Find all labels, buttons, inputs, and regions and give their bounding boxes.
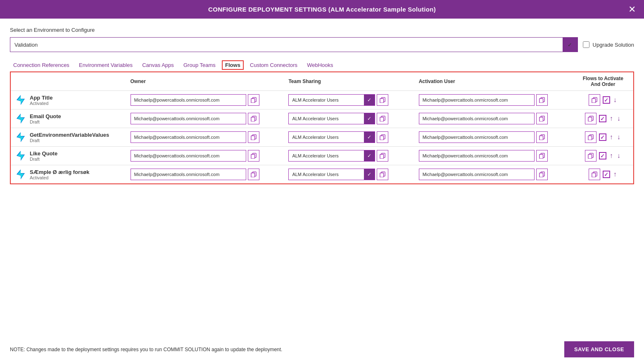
svg-rect-3 [251,99,254,103]
activation-user-input[interactable] [419,150,535,162]
move-up-button[interactable]: ↑ [609,115,614,122]
team-chevron-button[interactable]: ✓ [364,169,375,180]
svg-rect-23 [251,136,254,140]
owner-copy-button[interactable] [248,94,259,106]
team-sharing-cell: ALM Accelerator Users ✓ [284,165,414,184]
team-copy-button[interactable] [377,150,388,162]
activation-copy-button[interactable] [536,150,548,162]
owner-input[interactable] [131,169,246,180]
close-button[interactable]: ✕ [628,5,636,14]
tab-connection-references[interactable]: Connection References [10,60,73,70]
svg-marker-21 [17,133,24,141]
team-chevron-button[interactable]: ✓ [364,150,375,161]
activate-checkbox[interactable]: ✓ [599,133,606,141]
svg-rect-27 [539,136,543,140]
svg-marker-11 [17,114,24,123]
team-chevron-button[interactable]: ✓ [364,132,375,143]
team-select-wrapper[interactable]: ALM Accelerator Users ✓ [288,150,375,162]
svg-marker-31 [17,152,24,160]
activation-user-cell [415,91,573,109]
save-close-button[interactable]: SAVE AND CLOSE [564,341,634,357]
activation-user-cell [415,165,573,184]
team-select-value: ALM Accelerator Users [289,153,364,158]
activation-copy-button[interactable] [536,94,548,106]
move-down-button[interactable]: ↓ [616,152,621,159]
table-row: App Title Activated ALM Accelerator User… [11,91,633,109]
team-select-wrapper[interactable]: ALM Accelerator Users ✓ [288,131,375,143]
owner-copy-button[interactable] [248,169,259,180]
table-row: Email Quote Draft ALM Accelerator Users … [11,109,633,128]
env-chevron-button[interactable]: ✓ [563,38,577,52]
team-chevron-button[interactable]: ✓ [364,113,375,124]
team-chevron-button[interactable]: ✓ [364,95,375,105]
svg-rect-15 [380,117,384,122]
svg-rect-25 [380,136,384,140]
activation-copy-button[interactable] [536,131,548,143]
activate-copy-button[interactable] [589,169,600,180]
tab-flows[interactable]: Flows [222,60,244,70]
activate-checkbox[interactable]: ✓ [599,152,606,159]
activate-checkbox[interactable]: ✓ [599,115,606,122]
owner-copy-button[interactable] [248,113,259,124]
team-copy-button[interactable] [377,113,388,124]
owner-input[interactable] [131,94,246,106]
tab-webhooks[interactable]: WebHooks [304,60,336,70]
flow-icon [15,113,26,124]
team-select-wrapper[interactable]: ALM Accelerator Users ✓ [288,113,375,124]
flow-name: App Title [30,95,52,101]
svg-rect-7 [539,99,543,103]
main-content-area: Owner Team Sharing Activation User Flows… [10,71,634,184]
activate-checkbox[interactable]: ✓ [603,96,610,104]
owner-input[interactable] [131,131,246,143]
tab-canvas-apps[interactable]: Canvas Apps [139,60,177,70]
owner-input[interactable] [131,113,246,124]
activate-cell: ✓ ↓ [573,91,633,109]
svg-rect-45 [380,173,384,178]
team-select-wrapper[interactable]: ALM Accelerator Users ✓ [288,169,375,180]
owner-cell [126,147,285,165]
team-select-value: ALM Accelerator Users [289,172,364,177]
activate-checkbox[interactable]: ✓ [603,171,610,178]
activation-copy-button[interactable] [536,169,548,180]
dialog-header: CONFIGURE DEPLOYMENT SETTINGS (ALM Accel… [0,0,644,19]
tab-group-teams[interactable]: Group Teams [180,60,219,70]
tab-environment-variables[interactable]: Environment Variables [76,60,136,70]
owner-cell [126,109,285,128]
activation-user-cell [415,109,573,128]
owner-copy-button[interactable] [248,150,259,162]
move-down-button[interactable]: ↓ [616,134,621,140]
env-select-wrapper[interactable]: Validation ✓ [10,37,578,52]
activate-cell: ✓ ↑ ↓ [573,128,633,147]
move-down-button[interactable]: ↓ [616,115,621,122]
activation-user-input[interactable] [419,94,535,106]
move-up-button[interactable]: ↑ [613,171,618,178]
activate-copy-button[interactable] [585,131,596,143]
owner-cell [126,91,285,109]
team-copy-button[interactable] [377,169,388,180]
move-down-button[interactable]: ↓ [613,97,618,103]
move-up-button[interactable]: ↑ [609,152,614,159]
team-copy-button[interactable] [377,94,388,106]
activation-user-input[interactable] [419,131,535,143]
team-select-wrapper[interactable]: ALM Accelerator Users ✓ [288,94,375,106]
activation-copy-button[interactable] [536,113,548,124]
tab-custom-connectors[interactable]: Custom Connectors [247,60,301,70]
activation-user-input[interactable] [419,169,535,180]
flow-name: SÆmple Ø ærlig forsøk [30,169,89,175]
upgrade-solution-label: Upgrade Solution [593,42,634,48]
owner-cell [126,165,285,184]
activate-copy-button[interactable] [589,94,600,106]
team-copy-button[interactable] [377,131,388,143]
owner-input[interactable] [131,150,246,162]
col-header-activation-user: Activation User [415,72,573,91]
upgrade-solution-checkbox[interactable] [583,41,589,48]
activation-user-input[interactable] [419,113,535,124]
move-up-button[interactable]: ↑ [609,134,614,140]
activate-copy-button[interactable] [585,113,596,124]
activate-cell: ✓ ↑ [573,165,633,184]
owner-copy-button[interactable] [248,131,259,143]
svg-marker-41 [17,170,24,178]
activate-copy-button[interactable] [585,150,596,162]
flows-table: Owner Team Sharing Activation User Flows… [11,72,633,183]
svg-rect-19 [588,117,592,122]
